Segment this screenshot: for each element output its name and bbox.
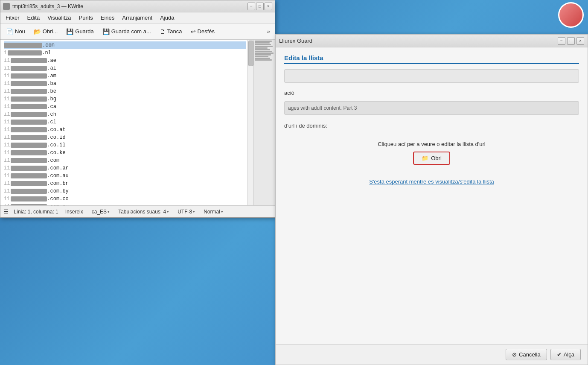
save-as-label: Guarda com a... bbox=[111, 28, 151, 35]
guard-description-field: ages with adult content. Part 3 bbox=[284, 101, 579, 115]
maximize-button[interactable]: □ bbox=[256, 3, 264, 10]
close-file-label: Tanca bbox=[167, 28, 182, 35]
close-button[interactable]: × bbox=[265, 3, 272, 10]
editor-scrollbar[interactable] bbox=[247, 40, 253, 205]
kwrite-toolbar: 📄 Nou 📂 Obri... 💾 Guarda 💾 Guarda com a.… bbox=[0, 23, 275, 40]
editor-line: i1 .com.co bbox=[4, 195, 246, 203]
chevron-down-icon: ▾ bbox=[221, 210, 223, 214]
status-highlight-dropdown[interactable]: Normal ▾ bbox=[202, 208, 225, 215]
save-label: Guarda bbox=[75, 28, 93, 35]
editor-line: i1 .co.ke bbox=[4, 149, 246, 157]
cancel-button[interactable]: ⊘ Cancella bbox=[506, 349, 547, 360]
editor-line: .com bbox=[4, 41, 246, 49]
chevron-down-icon: ▾ bbox=[193, 210, 195, 214]
editor-line: i1 .ca bbox=[4, 103, 246, 111]
menu-eines[interactable]: Eines bbox=[97, 13, 118, 22]
guard-minimize-button[interactable]: − bbox=[558, 37, 565, 45]
editor-line: i1 .ba bbox=[4, 80, 246, 88]
status-mode-dropdown[interactable]: Insereix bbox=[64, 208, 85, 215]
cancel-icon: ⊘ bbox=[512, 351, 517, 358]
menu-fitxer[interactable]: Fitxer bbox=[2, 13, 23, 22]
editor-line: i1 .co.at bbox=[4, 126, 246, 134]
guard-name-input[interactable] bbox=[284, 69, 579, 83]
close-file-button[interactable]: 🗋 Tanca bbox=[156, 26, 186, 37]
toolbar-more-button[interactable]: » bbox=[264, 26, 273, 37]
user-avatar bbox=[558, 2, 584, 28]
guard-maximize-button[interactable]: □ bbox=[567, 37, 575, 45]
guard-waiting-text: S'està esperant mentre es visualitza/s'e… bbox=[284, 178, 579, 185]
guard-open-section: Cliqueu ací per a veure o editar la llis… bbox=[284, 141, 579, 165]
guard-close-button[interactable]: × bbox=[576, 37, 584, 45]
new-button[interactable]: 📄 Nou bbox=[2, 26, 29, 37]
guard-title: Lliurex Guard bbox=[279, 38, 312, 44]
save-icon: 💾 bbox=[66, 28, 73, 35]
guard-open-button[interactable]: 📁 Obri bbox=[413, 152, 450, 165]
guard-titlebar-buttons: − □ × bbox=[558, 37, 584, 45]
desktop: tmpt3trl85s_adults_3 — KWrite − □ × Fitx… bbox=[0, 0, 588, 365]
guard-open-label: Cliqueu ací per a veure o editar la llis… bbox=[378, 141, 486, 147]
editor-line: i1 .com.cy bbox=[4, 203, 246, 205]
undo-button[interactable]: ↩ Desfés bbox=[187, 26, 218, 37]
accept-icon: ✔ bbox=[557, 351, 562, 358]
open-icon: 📂 bbox=[34, 28, 41, 35]
minimap-line bbox=[255, 44, 271, 45]
status-locale-dropdown[interactable]: ca_ES ▾ bbox=[90, 208, 111, 215]
new-icon: 📄 bbox=[6, 28, 13, 35]
status-encoding-dropdown[interactable]: UTF-8 ▾ bbox=[176, 208, 197, 215]
guard-body: Edita la llista ació ages with adult con… bbox=[276, 47, 588, 344]
status-position: Línia: 1, columna: 1 bbox=[14, 209, 58, 215]
editor-line: i1 .com bbox=[4, 157, 246, 164]
editor-minimap bbox=[253, 40, 275, 205]
guard-description-value: ages with adult content. Part 3 bbox=[288, 105, 357, 111]
menu-arranjament[interactable]: Arranjament bbox=[119, 13, 156, 22]
menu-ajuda[interactable]: Ajuda bbox=[157, 13, 178, 22]
minimize-button[interactable]: − bbox=[247, 3, 255, 10]
editor-line: i .nl bbox=[4, 49, 246, 57]
new-label: Nou bbox=[15, 28, 25, 35]
editor-line: i1 .com.au bbox=[4, 172, 246, 180]
minimap-content bbox=[254, 40, 275, 62]
editor-line: i1 .com.br bbox=[4, 180, 246, 187]
minimap-line bbox=[255, 59, 272, 61]
cancel-label: Cancella bbox=[519, 351, 541, 358]
editor-line: i1 .co.id bbox=[4, 134, 246, 141]
minimap-line bbox=[255, 49, 270, 50]
chevron-down-icon: ▾ bbox=[108, 210, 110, 214]
editor-content[interactable]: .com i .nl i1 .ae i1 .al i1 .am i1 .ba bbox=[0, 40, 247, 205]
status-tabs: Tabulacions suaus: 4 bbox=[118, 209, 166, 215]
minimap-line bbox=[255, 46, 273, 47]
scrollbar-thumb[interactable] bbox=[248, 41, 253, 66]
minimap-line bbox=[255, 58, 270, 59]
guard-window: Lliurex Guard − □ × Edita la llista ació… bbox=[275, 34, 588, 365]
editor-line: i1 .com.by bbox=[4, 187, 246, 195]
save-as-button[interactable]: 💾 Guarda com a... bbox=[99, 26, 155, 37]
kwrite-statusbar: ☰ Línia: 1, columna: 1 Insereix ca_ES ▾ … bbox=[0, 205, 275, 217]
editor-line: i1 .ch bbox=[4, 111, 246, 118]
kwrite-menubar: Fitxer Edita Visualitza Punts Eines Arra… bbox=[0, 12, 275, 23]
titlebar-left: tmpt3trl85s_adults_3 — KWrite bbox=[3, 3, 83, 10]
undo-icon: ↩ bbox=[191, 28, 196, 35]
guard-domain-label: d'url i de dominis: bbox=[284, 123, 579, 129]
titlebar-buttons: − □ × bbox=[247, 3, 272, 10]
accept-button[interactable]: ✔ Alça bbox=[550, 349, 581, 360]
status-mode: Insereix bbox=[65, 209, 83, 215]
editor-line: i1 .com.ar bbox=[4, 164, 246, 172]
status-tabs-dropdown[interactable]: Tabulacions suaus: 4 ▾ bbox=[116, 208, 171, 215]
editor-line: i1 .cl bbox=[4, 118, 246, 126]
guard-open-btn-label: Obri bbox=[431, 155, 442, 161]
status-locale: ca_ES bbox=[92, 209, 107, 215]
save-button[interactable]: 💾 Guarda bbox=[62, 26, 97, 37]
kwrite-editor: .com i .nl i1 .ae i1 .al i1 .am i1 .ba bbox=[0, 40, 275, 205]
accept-label: Alça bbox=[564, 351, 574, 358]
minimap-line bbox=[255, 56, 268, 57]
editor-line: i1 .am bbox=[4, 72, 246, 80]
menu-edita[interactable]: Edita bbox=[24, 13, 44, 22]
minimap-line bbox=[255, 51, 272, 52]
menu-punts[interactable]: Punts bbox=[76, 13, 96, 22]
folder-icon: 📁 bbox=[422, 155, 428, 161]
open-button[interactable]: 📂 Obri... bbox=[30, 26, 61, 37]
menu-visualitza[interactable]: Visualitza bbox=[44, 13, 74, 22]
status-icon: ☰ bbox=[4, 209, 9, 215]
minimap-line bbox=[255, 47, 268, 49]
minimap-line bbox=[255, 53, 274, 54]
